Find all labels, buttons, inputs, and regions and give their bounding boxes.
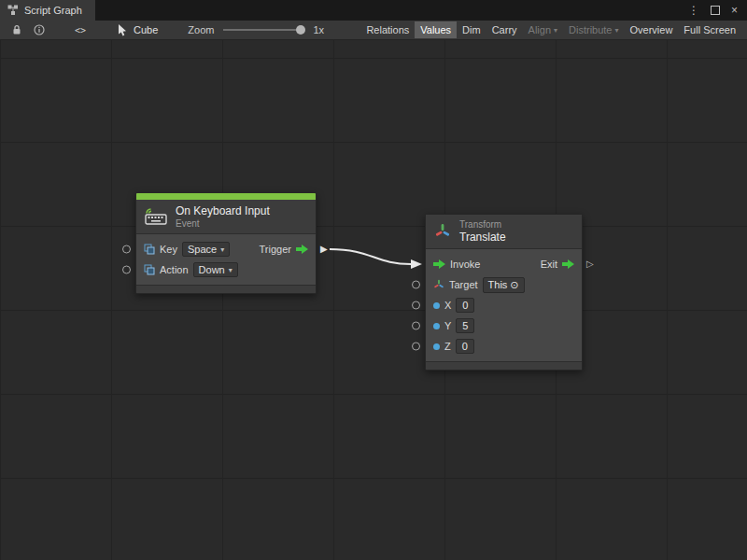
object-picker-icon[interactable]: ⊙ (510, 279, 518, 291)
key-label: Key (160, 244, 177, 255)
window-tab-bar: Script Graph ⋮ × (0, 0, 747, 21)
keyboard-icon (145, 208, 167, 225)
event-accent-bar (136, 193, 316, 200)
node-body: Invoke Exit ▷ Target (426, 249, 582, 361)
action-dropdown[interactable]: Down ▾ (193, 262, 238, 277)
trigger-output-port[interactable]: ▶ (320, 245, 328, 254)
maximize-icon[interactable] (711, 6, 720, 15)
zoom-value: 1x (313, 24, 324, 35)
key-dropdown[interactable]: Space ▾ (182, 242, 230, 257)
node-category: Transform (459, 219, 506, 230)
zoom-control: Zoom 1x (188, 24, 324, 35)
node-footer (426, 361, 582, 370)
port-row-y: Y 5 (426, 315, 582, 336)
action-label: Action (160, 264, 189, 275)
port-row-target: Target This ⊙ (426, 274, 582, 295)
full-screen-button[interactable]: Full Screen (678, 21, 741, 38)
menu-icon[interactable]: ⋮ (688, 4, 699, 17)
port-row-x: X 0 (426, 295, 582, 315)
target-object-value: This (488, 279, 508, 290)
z-input-field[interactable]: 0 (456, 339, 474, 354)
node-title: Translate (459, 231, 506, 244)
node-translate[interactable]: Transform Translate Invoke Exit ▷ (425, 214, 583, 371)
chevron-down-icon: ▾ (554, 26, 557, 35)
port-row-key: Key Space ▾ Trigger ▶ (136, 239, 316, 259)
node-body: Key Space ▾ Trigger ▶ (136, 234, 316, 285)
align-label: Align (529, 24, 551, 35)
exit-label: Exit (541, 259, 557, 270)
node-header: On Keyboard Input Event (136, 200, 316, 234)
flow-arrow-icon (296, 245, 308, 254)
port-row-invoke-exit: Invoke Exit ▷ (426, 254, 582, 274)
y-input-field[interactable]: 5 (456, 318, 474, 333)
invoke-label: Invoke (450, 259, 480, 270)
target-input-port[interactable] (412, 281, 420, 289)
action-dropdown-value: Down (199, 264, 225, 275)
value-port-icon (433, 302, 440, 309)
trigger-label: Trigger (260, 244, 291, 255)
distribute-button[interactable]: Distribute ▾ (563, 21, 624, 38)
edit-code-icon[interactable]: <> (71, 24, 90, 36)
chevron-down-icon: ▾ (229, 266, 233, 274)
x-label: X (444, 300, 451, 311)
info-icon[interactable] (28, 24, 50, 35)
y-input-port[interactable] (412, 322, 420, 330)
key-input-port[interactable] (122, 245, 131, 254)
node-subtitle: Event (176, 218, 270, 229)
graph-toolbar: <> Cube Zoom 1x Relations Values Dim Car… (0, 21, 747, 40)
target-object-field[interactable]: This ⊙ (483, 277, 525, 293)
cursor-icon (118, 24, 128, 36)
window-controls: ⋮ × (688, 0, 747, 21)
node-header: Transform Translate (426, 215, 582, 249)
z-label: Z (444, 341, 451, 352)
connection-wire[interactable] (0, 40, 747, 560)
key-dropdown-value: Space (188, 244, 217, 255)
graph-owner: Cube (118, 24, 158, 36)
value-port-icon (433, 323, 440, 329)
align-button[interactable]: Align ▾ (523, 21, 563, 38)
chevron-down-icon: ▾ (220, 245, 224, 254)
z-input-port[interactable] (412, 343, 420, 351)
transform-axes-icon (433, 279, 444, 290)
values-button[interactable]: Values (415, 21, 457, 38)
toolbar-buttons: Relations Values Dim Carry Align ▾ Distr… (360, 21, 741, 38)
tab-title: Script Graph (24, 5, 82, 16)
port-row-action: Action Down ▾ (136, 259, 316, 280)
distribute-label: Distribute (569, 24, 612, 35)
lock-icon[interactable] (6, 24, 28, 35)
port-row-z: Z 0 (426, 336, 582, 357)
x-input-port[interactable] (412, 301, 420, 310)
exit-output-port[interactable]: ▷ (586, 259, 594, 269)
graph-owner-label: Cube (134, 24, 158, 35)
x-input-field[interactable]: 0 (456, 298, 474, 313)
y-label: Y (444, 320, 451, 331)
node-footer (136, 285, 316, 293)
object-value-icon (144, 264, 155, 275)
transform-axes-icon (434, 223, 451, 240)
flow-arrow-icon (433, 259, 445, 269)
tab-script-graph[interactable]: Script Graph (0, 0, 95, 21)
target-label: Target (449, 279, 478, 290)
zoom-slider[interactable] (223, 29, 303, 31)
graph-canvas[interactable]: On Keyboard Input Event Key Space ▾ (0, 40, 747, 560)
chevron-down-icon: ▾ (615, 26, 619, 35)
flow-arrow-icon (562, 259, 574, 269)
close-icon[interactable]: × (731, 4, 738, 17)
node-title: On Keyboard Input (176, 204, 270, 217)
relations-button[interactable]: Relations (360, 21, 415, 38)
zoom-label: Zoom (188, 24, 214, 35)
carry-button[interactable]: Carry (486, 21, 523, 38)
zoom-slider-handle[interactable] (296, 25, 305, 35)
action-input-port[interactable] (122, 266, 131, 274)
node-on-keyboard-input[interactable]: On Keyboard Input Event Key Space ▾ (135, 192, 317, 294)
graph-icon (7, 5, 19, 16)
overview-button[interactable]: Overview (625, 21, 679, 38)
dim-button[interactable]: Dim (457, 21, 486, 38)
object-value-icon (144, 244, 155, 255)
value-port-icon (433, 343, 440, 350)
